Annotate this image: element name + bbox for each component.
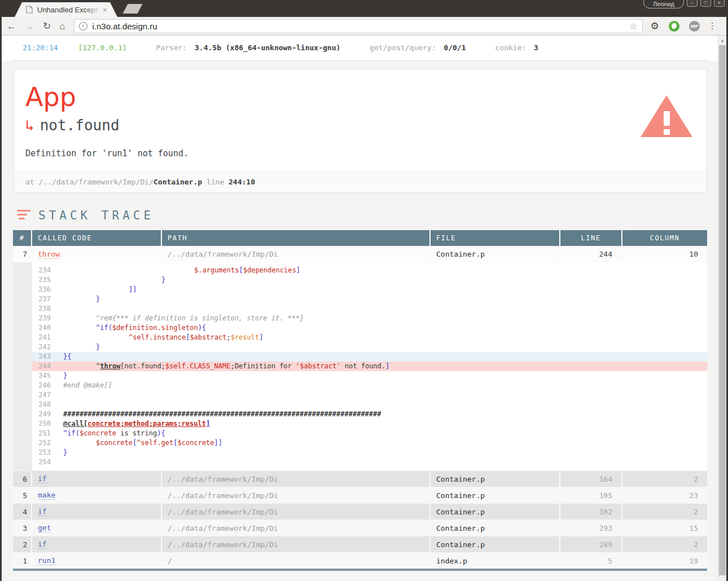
page-content: 21:20:14 [127.0.0.1] Parser: 3.4.5b (x86… — [2, 36, 718, 581]
called-code-link[interactable]: if — [38, 507, 47, 516]
stack-trace-header: STACK TRACE — [17, 209, 718, 222]
line-cell: 5 — [560, 553, 622, 569]
code-text — [51, 304, 707, 314]
code-token: ){ — [198, 324, 206, 332]
code-line: 252$concrete[^self.get[$concrete]] — [32, 438, 707, 448]
minimize-button[interactable]: − — [687, 0, 698, 7]
code-line: 250@call[concrete;method;params;result] — [32, 419, 707, 429]
called-code-link[interactable]: if — [38, 540, 47, 549]
bookmark-star-icon[interactable]: ☆ — [629, 21, 637, 32]
section-title: STACK TRACE — [38, 209, 154, 222]
info-icon[interactable]: i — [79, 22, 87, 30]
status-bar: 21:20:14 [127.0.0.1] Parser: 3.4.5b (x86… — [2, 36, 718, 61]
profile-button[interactable]: Леонид — [643, 0, 684, 8]
code-line: 241^self.instance[$abstract;$result] — [32, 333, 707, 342]
reload-button-icon[interactable]: ↻ — [43, 21, 51, 31]
line-number: 238 — [32, 304, 51, 314]
tab-title: Unhandled Excepti — [37, 6, 100, 14]
scrollbar[interactable]: ▲ — [718, 36, 726, 581]
line-number: 244 — [32, 362, 51, 371]
code-token: $self.CLASS_NAME — [165, 362, 231, 370]
file-cell: Container.p — [431, 487, 560, 503]
extension-icon[interactable] — [669, 21, 679, 32]
url-bar[interactable]: i i.n3o.at.design.ru ☆ — [74, 19, 643, 33]
col-header-num: # — [13, 230, 32, 246]
code-line: 251^if($concrete is string){ — [32, 429, 707, 438]
error-subtitle: ↳not.found — [25, 117, 707, 134]
home-button-icon[interactable]: ⌂ — [59, 21, 65, 31]
code-token: ;Definition for — [230, 362, 296, 370]
tab-close-icon[interactable]: × — [103, 6, 107, 14]
path-cell: /../data/framework/Imp/Di — [162, 246, 431, 262]
code-token: } — [161, 276, 165, 284]
code-line: 240^if($definition.singleton){ — [32, 323, 707, 333]
new-tab-button[interactable] — [122, 4, 142, 14]
called-code-cell: run1 — [32, 553, 162, 569]
location-path: /../data/framework/Imp/Di/ — [38, 178, 154, 186]
code-token: ]] — [129, 285, 137, 293]
code-token: ; — [226, 333, 230, 341]
code-line: 245} — [32, 371, 707, 381]
code-text: ^throw[not.found;$self.CLASS_NAME;Defini… — [51, 362, 707, 371]
stack-row: 6if/../data/framework/Imp/DiContainer.p1… — [13, 471, 707, 487]
line-cell: 102 — [560, 504, 622, 520]
code-text: $concrete[^self.get[$concrete]] — [51, 438, 707, 448]
stack-row: 4if/../data/framework/Imp/DiContainer.p1… — [13, 504, 707, 520]
scrollbar-up-icon[interactable]: ▲ — [718, 36, 726, 43]
row-number: 1 — [13, 553, 32, 569]
stack-row: 3get/../data/framework/Imp/DiContainer.p… — [13, 520, 707, 536]
row-number: 3 — [13, 520, 32, 536]
adblock-icon[interactable]: ABP — [689, 21, 700, 32]
status-time: 21:20:14 — [23, 43, 58, 52]
called-code-link[interactable]: if — [38, 474, 47, 483]
code-token: $.arguments — [194, 266, 239, 274]
line-number: 249 — [32, 410, 51, 419]
back-button-icon[interactable]: ← — [7, 21, 16, 31]
menu-dots-icon[interactable]: ⋮ — [708, 21, 717, 31]
url-text[interactable]: i.n3o.at.design.ru — [93, 21, 630, 31]
code-text — [51, 457, 707, 467]
window-close-button[interactable]: × — [714, 0, 725, 7]
called-code-cell: throw — [32, 246, 162, 262]
code-token: [not.found; — [120, 362, 165, 370]
code-token: throw — [100, 362, 120, 370]
location-position: 244:10 — [229, 178, 255, 186]
gear-icon[interactable]: ⚙ — [651, 20, 659, 32]
code-token: ] — [385, 362, 389, 370]
code-text: ^rem{*** if definition is singleton, sto… — [51, 314, 707, 323]
code-line: 253} — [32, 448, 707, 457]
stack-row: 7throw/../data/framework/Imp/DiContainer… — [13, 246, 707, 262]
code-token: ){ — [157, 429, 165, 437]
location-file: Container.p — [154, 178, 202, 186]
code-line: 235} — [32, 275, 707, 285]
parser-value: 3.4.5b (x86_64-unknown-linux-gnu) — [195, 43, 340, 52]
code-token: $definition.singleton — [112, 324, 198, 332]
called-code-link[interactable]: throw — [38, 250, 60, 259]
path-cell: / — [162, 553, 431, 569]
browser-tab[interactable]: Unhandled Excepti × — [15, 2, 117, 17]
row-number: 4 — [13, 504, 32, 520]
called-code-link[interactable]: get — [38, 523, 51, 532]
code-token: ^if( — [96, 324, 112, 332]
stack-row: 1run1/index.p519 — [13, 553, 707, 569]
code-token: not found. — [341, 362, 385, 370]
code-text: } — [51, 342, 707, 352]
called-code-link[interactable]: run1 — [38, 556, 55, 565]
scrollbar-thumb[interactable] — [719, 45, 726, 575]
code-token: concrete;method;params;result — [87, 420, 206, 428]
line-cell: 105 — [560, 487, 622, 503]
code-gutter — [13, 262, 32, 470]
column-cell: 15 — [622, 520, 707, 536]
error-title: App — [25, 83, 707, 111]
code-token: $result — [231, 333, 260, 341]
code-token: $concrete — [96, 439, 133, 447]
code-token: ########################################… — [63, 410, 381, 418]
called-code-link[interactable]: make — [38, 491, 55, 500]
line-cell: 289 — [560, 536, 622, 552]
code-line: 246#end @make[] — [32, 381, 707, 390]
code-text: ########################################… — [51, 410, 707, 419]
line-cell: 293 — [560, 520, 622, 536]
maximize-button[interactable]: □ — [700, 0, 711, 7]
line-number: 245 — [32, 371, 51, 381]
code-text: } — [51, 448, 707, 457]
